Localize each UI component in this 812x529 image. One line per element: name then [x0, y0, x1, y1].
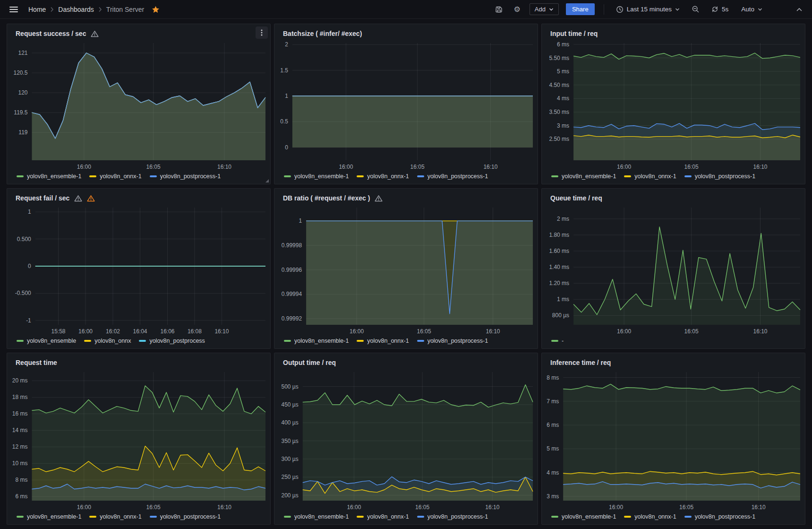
legend-label: yolov8n_ensemble-1: [562, 173, 616, 180]
legend: yolov8n_ensemble-1 yolov8n_onnx-1 yolov8…: [7, 512, 270, 524]
request-time-chart[interactable]: 20 ms18 ms16 ms14 ms12 ms10 ms8 ms6 ms16…: [7, 368, 270, 512]
legend-item[interactable]: yolov8n_ensemble-1: [284, 513, 349, 520]
legend-item[interactable]: yolov8n_postprocess-1: [684, 173, 756, 180]
svg-text:250 µs: 250 µs: [282, 474, 299, 480]
legend-dash: [139, 340, 146, 342]
legend-item[interactable]: yolov8n_postprocess-1: [684, 513, 756, 520]
svg-text:16:10: 16:10: [753, 164, 767, 170]
legend-item[interactable]: yolov8n_onnx: [84, 338, 131, 344]
legend-item[interactable]: yolov8n_ensemble-1: [551, 513, 616, 520]
legend-item[interactable]: yolov8n_postprocess-1: [417, 173, 488, 180]
breadcrumb-home[interactable]: Home: [28, 6, 46, 13]
svg-text:16:10: 16:10: [214, 328, 229, 335]
legend-label: yolov8n_ensemble-1: [294, 338, 349, 344]
collapse-controls-icon[interactable]: [794, 5, 804, 14]
save-dashboard-icon[interactable]: [493, 4, 504, 15]
share-button[interactable]: Share: [566, 3, 595, 15]
refresh-button[interactable]: 5s: [709, 5, 731, 13]
input-time-chart[interactable]: 6 ms5.50 ms5 ms4.50 ms4 ms3.50 ms3 ms2.5…: [542, 39, 805, 172]
svg-text:16:05: 16:05: [684, 164, 699, 170]
svg-text:18 ms: 18 ms: [12, 394, 28, 400]
legend-dash: [684, 516, 692, 518]
auto-refresh-select[interactable]: Auto: [738, 5, 765, 13]
db-ratio-chart[interactable]: 10.999980.999960.999940.9999216:0016:051…: [274, 204, 538, 336]
panel-title[interactable]: Output time / req: [283, 359, 336, 366]
zoom-out-icon[interactable]: [690, 3, 701, 15]
legend-label: yolov8n_onnx-1: [367, 513, 409, 520]
legend-label: yolov8n_ensemble-1: [294, 513, 349, 520]
legend-item[interactable]: yolov8n_onnx-1: [624, 173, 676, 180]
legend-label: yolov8n_ensemble-1: [27, 513, 81, 520]
queue-time-chart[interactable]: 2 ms1.80 ms1.60 ms1.40 ms1.20 ms1 ms800 …: [542, 204, 805, 336]
legend-item[interactable]: yolov8n_ensemble-1: [17, 173, 81, 180]
legend-dash: [150, 516, 157, 518]
svg-text:-0.500: -0.500: [15, 290, 31, 296]
svg-text:800 µs: 800 µs: [552, 312, 569, 319]
panel-title[interactable]: Input time / req: [550, 30, 598, 37]
svg-text:2 ms: 2 ms: [557, 216, 569, 222]
request-fail-chart[interactable]: 10.5000-0.500-115:5816:0016:0216:0416:06…: [7, 204, 270, 336]
svg-text:16:00: 16:00: [350, 328, 364, 335]
legend-dash: [89, 175, 96, 177]
svg-text:16:10: 16:10: [217, 164, 231, 170]
legend-item[interactable]: yolov8n_ensemble-1: [551, 173, 616, 180]
legend-label: yolov8n_ensemble-1: [562, 513, 616, 520]
menu-icon[interactable]: [8, 4, 20, 15]
legend-item[interactable]: yolov8n_onnx-1: [357, 513, 409, 520]
time-range-picker[interactable]: Last 15 minutes: [613, 5, 683, 14]
svg-text:5 ms: 5 ms: [547, 445, 559, 452]
chevron-down-icon: [758, 8, 762, 11]
panel-title[interactable]: DB ratio ( #request / #exec ): [283, 194, 370, 202]
panel-title[interactable]: Request time: [16, 359, 57, 366]
svg-text:1.5: 1.5: [280, 67, 288, 74]
svg-text:16:08: 16:08: [188, 328, 202, 335]
batchsize-chart[interactable]: 21.510.5016:0016:0516:10: [274, 39, 538, 172]
svg-text:0.99996: 0.99996: [282, 267, 302, 273]
output-time-chart[interactable]: 500 µs450 µs400 µs350 µs300 µs250 µs200 …: [274, 368, 538, 512]
svg-text:12 ms: 12 ms: [12, 443, 28, 450]
settings-gear-icon[interactable]: ⚙: [512, 4, 522, 15]
legend-item[interactable]: yolov8n_postprocess-1: [417, 338, 488, 344]
panel-title[interactable]: Request fail / sec: [16, 194, 69, 202]
legend-item[interactable]: yolov8n_postprocess-1: [417, 513, 488, 520]
svg-text:16:05: 16:05: [415, 504, 429, 511]
legend-item[interactable]: yolov8n_ensemble-1: [17, 513, 81, 520]
legend-item[interactable]: yolov8n_postprocess: [139, 338, 205, 344]
legend-item[interactable]: -: [551, 338, 564, 344]
panel-title[interactable]: Batchsize ( #infer/ #exec): [283, 30, 362, 37]
legend-item[interactable]: yolov8n_onnx-1: [89, 513, 141, 520]
legend-item[interactable]: yolov8n_ensemble: [17, 338, 76, 344]
legend-item[interactable]: yolov8n_onnx-1: [357, 338, 409, 344]
legend-dash: [551, 516, 558, 518]
inference-time-chart[interactable]: 8 ms7 ms6 ms5 ms4 ms3 ms16:0016:0516:10: [542, 368, 805, 512]
time-range-label: Last 15 minutes: [627, 6, 672, 13]
legend-label: yolov8n_onnx-1: [100, 173, 141, 180]
svg-text:16:00: 16:00: [339, 164, 353, 170]
panel-title[interactable]: Inference time / req: [550, 359, 611, 366]
panel-title[interactable]: Queue time / req: [550, 194, 602, 202]
breadcrumb-current: Triton Server: [106, 6, 144, 13]
svg-text:16:10: 16:10: [486, 328, 500, 335]
svg-text:350 µs: 350 µs: [282, 438, 299, 444]
svg-text:1: 1: [299, 217, 302, 224]
legend-dash: [357, 516, 364, 518]
legend-item[interactable]: yolov8n_postprocess-1: [150, 513, 221, 520]
svg-text:16:00: 16:00: [77, 164, 91, 170]
panel-resize-handle[interactable]: [265, 179, 269, 182]
legend-label: yolov8n_ensemble-1: [27, 173, 81, 180]
add-button[interactable]: Add: [530, 3, 559, 15]
request-success-chart[interactable]: 121120.5120119.511916:0016:0516:10: [7, 39, 270, 172]
panel-menu-button[interactable]: [256, 26, 268, 39]
legend-item[interactable]: yolov8n_ensemble-1: [284, 338, 349, 344]
legend-item[interactable]: yolov8n_onnx-1: [357, 173, 409, 180]
breadcrumb-dashboards[interactable]: Dashboards: [58, 6, 94, 13]
legend-item[interactable]: yolov8n_onnx-1: [624, 513, 676, 520]
favorite-star-icon[interactable]: [150, 4, 162, 15]
legend-item[interactable]: yolov8n_onnx-1: [89, 173, 141, 180]
legend-item[interactable]: yolov8n_postprocess-1: [150, 173, 221, 180]
panel-title[interactable]: Request success / sec: [16, 30, 86, 37]
legend: yolov8n_ensemble-1 yolov8n_onnx-1 yolov8…: [274, 512, 538, 524]
legend-item[interactable]: yolov8n_ensemble-1: [284, 173, 349, 180]
clock-icon: [616, 6, 624, 13]
add-button-label: Add: [535, 6, 546, 13]
